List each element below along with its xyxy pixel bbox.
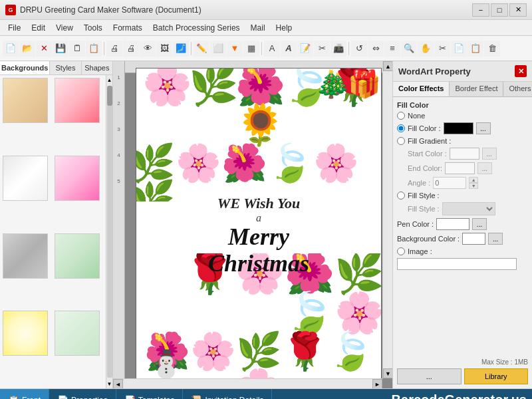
templates-tab[interactable]: 📑 Templates	[116, 389, 184, 399]
tb-scan[interactable]: 📠	[331, 41, 346, 57]
menu-edit[interactable]: Edit	[26, 22, 51, 34]
tb-img2[interactable]: 🗾	[173, 41, 189, 57]
tab-shapes[interactable]: Shapes	[82, 61, 112, 74]
library-btn[interactable]: Library	[464, 368, 529, 384]
tb-clipart[interactable]: ✂	[314, 41, 330, 57]
menu-help[interactable]: Help	[271, 22, 298, 34]
tb-save2[interactable]: 🗒	[69, 41, 85, 57]
menu-view[interactable]: View	[51, 22, 78, 34]
tb-color[interactable]: ▼	[227, 41, 243, 57]
thumb-3[interactable]	[3, 156, 48, 201]
thumb-5[interactable]	[3, 233, 48, 279]
tb-draw[interactable]: ✏️	[194, 41, 209, 57]
canvas-vscroll[interactable]: ▲ ▼	[382, 61, 392, 378]
fill-style-radio[interactable]	[397, 192, 405, 200]
image-path-input[interactable]	[397, 258, 517, 270]
minimize-button[interactable]: −	[472, 3, 489, 17]
tb-barcode[interactable]: ▦	[243, 41, 259, 57]
tb-paste[interactable]: 📋	[467, 41, 483, 57]
none-radio[interactable]	[397, 112, 405, 120]
angle-down[interactable]: ▼	[469, 183, 478, 189]
angle-up[interactable]: ▲	[469, 177, 478, 183]
tb-save[interactable]: 💾	[53, 41, 68, 57]
tb-delete[interactable]: 🗑	[484, 41, 500, 57]
close-button[interactable]: ✕	[509, 3, 527, 17]
thumb-1[interactable]	[3, 78, 48, 123]
end-color-btn[interactable]: ...	[477, 162, 492, 174]
menu-file[interactable]: File	[3, 22, 26, 34]
maximize-button[interactable]: □	[491, 3, 508, 17]
vscroll-up[interactable]: ▲	[383, 61, 392, 71]
tb-cut[interactable]: ✂	[434, 41, 450, 57]
menu-mail[interactable]: Mail	[245, 22, 271, 34]
title-controls: − □ ✕	[472, 3, 527, 17]
angle-spinner[interactable]: ▲ ▼	[469, 177, 478, 189]
thumb-2[interactable]	[55, 78, 100, 123]
tb-img1[interactable]: 🖼	[156, 41, 172, 57]
tb-flip[interactable]: ⇔	[368, 41, 384, 57]
menu-batch[interactable]: Batch Processing Series	[148, 22, 245, 34]
pen-color-swatch[interactable]	[436, 218, 469, 230]
thumb-8[interactable]	[55, 311, 100, 356]
status-bar: 📋 Front 📄 Properties 📑 Templates 📜 Invit…	[0, 388, 532, 399]
tb-copy[interactable]: 📄	[451, 41, 467, 57]
wordart-close-button[interactable]: ✕	[515, 65, 527, 77]
fill-style-select[interactable]	[442, 202, 495, 215]
canvas-hscroll[interactable]: ◄ ►	[113, 378, 382, 388]
scroll-up-arrow[interactable]: ▲	[106, 75, 113, 84]
tb-preview[interactable]: 👁	[140, 41, 156, 57]
tab-border-effect[interactable]: Border Effect	[450, 82, 503, 96]
image-radio[interactable]	[397, 247, 405, 255]
scroll-thumb[interactable]	[107, 86, 112, 106]
vscroll-body[interactable]	[383, 71, 392, 368]
properties-tab[interactable]: 📄 Properties	[49, 389, 116, 399]
tb-open[interactable]: 📂	[19, 41, 35, 57]
fill-color-swatch[interactable]	[444, 122, 473, 134]
thumb-6[interactable]	[55, 233, 100, 279]
tb-print2[interactable]: 🖨	[123, 41, 139, 57]
front-tab[interactable]: 📋 Front	[0, 389, 49, 399]
vscroll-down[interactable]: ▼	[383, 368, 392, 378]
barcode-area: BarcodeGenerator.us	[272, 389, 532, 399]
hscroll-right[interactable]: ►	[372, 379, 382, 388]
fill-gradient-radio[interactable]	[397, 137, 405, 145]
start-color-row: Start Color : ...	[397, 148, 528, 160]
tb-text[interactable]: A	[264, 41, 280, 57]
tab-color-effects[interactable]: Color Effects	[393, 82, 450, 96]
pen-color-btn[interactable]: ...	[472, 218, 487, 230]
tb-save3[interactable]: 📋	[86, 41, 102, 57]
tb-shape[interactable]: ⬜	[210, 41, 226, 57]
tb-zoom[interactable]: 🔍	[401, 41, 417, 57]
bg-color-swatch[interactable]	[462, 233, 485, 245]
angle-input[interactable]	[433, 177, 466, 189]
tb-new[interactable]: 📄	[3, 41, 19, 57]
thumb-7[interactable]	[3, 311, 48, 356]
tb-hand[interactable]: ✋	[418, 41, 434, 57]
panel-scrollbar[interactable]: ▲ ▼	[106, 75, 112, 388]
tab-styles[interactable]: Styles	[50, 61, 81, 74]
menu-tools[interactable]: Tools	[78, 22, 108, 34]
hscroll-left[interactable]: ◄	[113, 379, 123, 388]
tab-others[interactable]: Others	[503, 82, 532, 96]
none-radio-row: None	[397, 112, 528, 120]
tab-backgrounds[interactable]: Backgrounds	[0, 61, 50, 74]
tb-print[interactable]: 🖨	[106, 41, 122, 57]
apply-btn[interactable]: ...	[397, 368, 462, 384]
invitation-tab[interactable]: 📜 Invitation Details	[183, 389, 272, 399]
end-color-swatch[interactable]	[445, 162, 475, 174]
menu-formats[interactable]: Formats	[108, 22, 148, 34]
bg-color-btn[interactable]: ...	[488, 233, 503, 245]
tb-close[interactable]: ✕	[36, 41, 52, 57]
tb-rotate[interactable]: ↺	[351, 41, 367, 57]
greeting-card-canvas[interactable]: 🌸🌿🌺🍃🌹🌻 🌿🌸🌺🍃🌸🌿 🎄🎁 WE Wish You a MerryChri…	[136, 68, 382, 388]
hscroll-body[interactable]	[123, 379, 372, 388]
tb-textbox[interactable]: 📝	[297, 41, 313, 57]
thumb-4[interactable]	[55, 156, 100, 201]
fill-color-picker-btn[interactable]: ...	[476, 122, 491, 134]
start-color-swatch[interactable]	[450, 148, 479, 160]
fill-color-radio[interactable]	[397, 124, 405, 132]
scroll-down-arrow[interactable]: ▼	[106, 379, 113, 388]
tb-wordart[interactable]: A	[281, 41, 297, 57]
start-color-btn[interactable]: ...	[482, 148, 497, 160]
tb-align[interactable]: ≡	[384, 41, 400, 57]
